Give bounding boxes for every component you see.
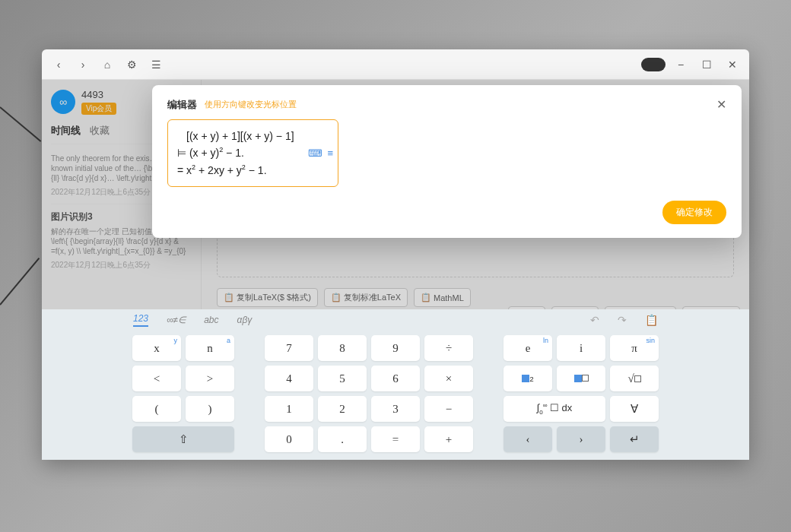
- kb-tab-greek[interactable]: αβγ: [237, 315, 253, 325]
- key-1[interactable]: 1: [265, 396, 313, 422]
- close-window-button[interactable]: ✕: [722, 54, 743, 75]
- paste-button[interactable]: 📋: [645, 314, 658, 326]
- kb-tab-symbols[interactable]: ∞≠∈: [167, 315, 186, 325]
- keyboard-tabs: 123 ∞≠∈ abc αβγ ↶ ↷ 📋: [42, 309, 749, 331]
- key-e[interactable]: eln: [504, 335, 552, 361]
- key-3[interactable]: 3: [371, 396, 420, 422]
- key-×[interactable]: ×: [424, 366, 473, 391]
- key-4[interactable]: 4: [265, 366, 313, 391]
- math-input[interactable]: [(x + y) + 1][(x + y) − 1] ⊨ (x + y)2 − …: [167, 119, 338, 187]
- key-sqrt[interactable]: √: [610, 366, 659, 391]
- math-line: ⊨ (x + y)2 − 1.: [177, 144, 329, 161]
- forward-button[interactable]: ›: [72, 54, 94, 75]
- minimize-button[interactable]: −: [670, 54, 691, 75]
- keyboard-icon[interactable]: ⌨: [308, 145, 322, 161]
- key-sqo[interactable]: [557, 366, 605, 391]
- math-keyboard: 123 ∞≠∈ abc αβγ ↶ ↷ 📋 xyna<>()⇧ 789÷456×…: [42, 309, 749, 460]
- key-5[interactable]: 5: [318, 366, 367, 391]
- key-π[interactable]: πsin: [610, 335, 659, 361]
- key-+[interactable]: +: [424, 426, 473, 452]
- key-↵[interactable]: ↵: [610, 426, 659, 452]
- key->[interactable]: >: [186, 366, 234, 391]
- key-7[interactable]: 7: [265, 335, 313, 361]
- key-0[interactable]: 0: [265, 426, 313, 452]
- editor-modal: 编辑器 使用方向键改变光标位置 ✕ [(x + y) + 1][(x + y) …: [152, 85, 742, 238]
- settings-button[interactable]: ⚙: [121, 54, 142, 75]
- math-line: [(x + y) + 1][(x + y) − 1]: [177, 128, 329, 144]
- key-)[interactable]: ): [186, 396, 234, 422]
- key-›[interactable]: ›: [557, 426, 605, 452]
- undo-button[interactable]: ↶: [590, 314, 599, 326]
- key-sq2[interactable]: 2: [504, 366, 552, 391]
- key-2[interactable]: 2: [318, 396, 367, 422]
- kb-tab-123[interactable]: 123: [133, 313, 148, 327]
- modal-close-button[interactable]: ✕: [716, 97, 726, 112]
- key-x[interactable]: xy: [132, 335, 181, 361]
- redo-button[interactable]: ↷: [618, 314, 627, 326]
- key-÷[interactable]: ÷: [424, 335, 473, 361]
- key-<[interactable]: <: [132, 366, 181, 391]
- list-button[interactable]: ☰: [145, 54, 167, 75]
- key-9[interactable]: 9: [371, 335, 420, 361]
- key-int[interactable]: ∫0∞ ☐ dx: [504, 396, 605, 422]
- titlebar: ‹ › ⌂ ⚙ ☰ − ☐ ✕: [42, 49, 749, 80]
- home-button[interactable]: ⌂: [97, 54, 118, 75]
- back-button[interactable]: ‹: [48, 54, 69, 75]
- modal-hint: 使用方向键改变光标位置: [205, 99, 297, 110]
- key-i[interactable]: i: [557, 335, 605, 361]
- key-‹[interactable]: ‹: [504, 426, 552, 452]
- key-∀[interactable]: ∀: [610, 396, 659, 422]
- key-n[interactable]: na: [186, 335, 234, 361]
- key-8[interactable]: 8: [318, 335, 367, 361]
- key-6[interactable]: 6: [371, 366, 420, 391]
- menu-icon[interactable]: ≡: [327, 145, 333, 161]
- theme-toggle[interactable]: [641, 58, 666, 71]
- math-line: = x2 + 2xy + y2 − 1.: [177, 162, 329, 179]
- key-.[interactable]: .: [318, 426, 367, 452]
- modal-title: 编辑器: [167, 98, 197, 112]
- key-=[interactable]: =: [371, 426, 420, 452]
- key-⇧[interactable]: ⇧: [132, 426, 234, 452]
- confirm-edit-button[interactable]: 确定修改: [662, 201, 726, 224]
- kb-tab-abc[interactable]: abc: [204, 315, 218, 325]
- maximize-button[interactable]: ☐: [696, 54, 717, 75]
- key-−[interactable]: −: [424, 396, 473, 422]
- key-([interactable]: (: [132, 396, 181, 422]
